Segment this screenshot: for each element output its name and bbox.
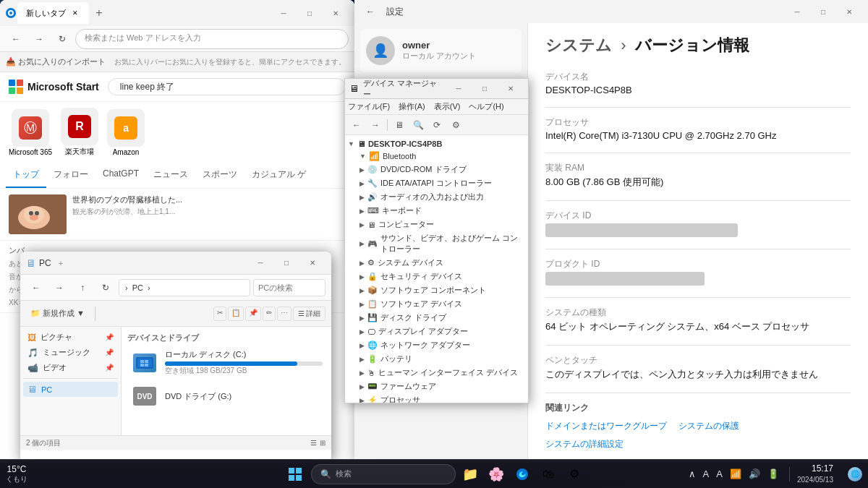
ribbon-new-btn[interactable]: 📁 新規作成 ▼: [26, 307, 89, 320]
settings-user-card[interactable]: 👤 owner ローカル アカウント: [360, 29, 522, 72]
sidebar-item-music[interactable]: 🎵 ミュージック 📌: [23, 345, 118, 360]
menu-action[interactable]: 操作(A): [399, 101, 425, 112]
ribbon-more-btn[interactable]: ⋯: [277, 307, 292, 321]
sidebar-item-pc[interactable]: 🖥 PC: [23, 382, 118, 397]
nav-tab-top[interactable]: トップ: [6, 163, 46, 188]
tree-dvd[interactable]: ▶ 💿 DVD/CD-ROM ドライブ: [348, 163, 525, 176]
devmgr-close-btn[interactable]: ✕: [498, 79, 524, 99]
taskbar-app-flower[interactable]: 🌸: [485, 463, 508, 486]
battery-taskbar-icon[interactable]: 🔋: [765, 466, 782, 482]
sound-expand-icon[interactable]: ▶: [359, 240, 365, 247]
explorer-search-input[interactable]: [253, 279, 326, 296]
tree-keyboard[interactable]: ▶ ⌨ キーボード: [348, 204, 525, 218]
nav-tab-follow[interactable]: フォロー: [46, 163, 95, 188]
start-button[interactable]: [282, 461, 308, 487]
swc-expand-icon[interactable]: ▶: [359, 287, 365, 294]
ribbon-rename-btn[interactable]: ✏: [263, 307, 276, 321]
devmgr-search-icon[interactable]: 🔍: [409, 117, 427, 133]
tree-processor[interactable]: ▶ ⚡ プロセッサ: [348, 393, 525, 403]
list-view-icon[interactable]: ☰: [310, 439, 317, 447]
ide-expand-icon[interactable]: ▶: [359, 180, 365, 187]
keyboard-icon[interactable]: A: [700, 466, 712, 482]
refresh-btn[interactable]: ↻: [52, 29, 72, 49]
close-btn[interactable]: ✕: [323, 3, 349, 23]
root-expand-icon[interactable]: ▼: [348, 140, 354, 147]
tree-network[interactable]: ▶ 🌐 ネットワーク アダプター: [348, 338, 525, 352]
tree-hid[interactable]: ▶ 🖱 ヒューマン インターフェイス デバイス: [348, 366, 525, 380]
ribbon-paste-btn[interactable]: 📌: [245, 307, 261, 321]
favorites-import[interactable]: 📥 お気に入りのインポート: [6, 56, 106, 67]
sec-expand-icon[interactable]: ▶: [359, 273, 365, 281]
settings-minimize-btn[interactable]: ─: [784, 1, 810, 22]
nav-tab-sports[interactable]: スポーツ: [195, 163, 244, 188]
ime-icon[interactable]: A: [713, 466, 726, 482]
sys-expand-icon[interactable]: ▶: [359, 260, 365, 267]
tray-arrow-icon[interactable]: ∧: [686, 466, 699, 482]
taskbar-app-store[interactable]: 🛍: [537, 463, 560, 486]
grid-view-icon[interactable]: ⊞: [320, 439, 326, 447]
explorer-minimize-btn[interactable]: ─: [247, 253, 273, 273]
hid-expand-icon[interactable]: ▶: [359, 369, 365, 377]
clock[interactable]: 15:17 2024/05/13: [797, 463, 833, 484]
tree-sound[interactable]: ▶ 🎮 サウンド、ビデオ、およびゲーム コントローラー: [348, 231, 525, 256]
sidebar-item-pictures[interactable]: 🖼 ピクチャ 📌: [23, 330, 118, 345]
devmgr-maximize-btn[interactable]: □: [472, 79, 498, 99]
devmgr-properties-icon[interactable]: ⚙: [447, 117, 464, 133]
menu-help[interactable]: ヘルプ(H): [469, 101, 503, 112]
taskbar-app-edge[interactable]: [511, 463, 534, 486]
app-ms365[interactable]: Ⓜ Microsoft 365: [9, 109, 52, 156]
explorer-new-tab-label[interactable]: +: [59, 259, 63, 267]
back-btn[interactable]: ←: [6, 29, 26, 49]
explorer-refresh-btn[interactable]: ↻: [95, 278, 116, 298]
devmgr-minimize-btn[interactable]: ─: [446, 79, 472, 99]
net-expand-icon[interactable]: ▶: [359, 342, 365, 349]
forward-btn[interactable]: →: [29, 29, 49, 49]
devmgr-back-btn[interactable]: ←: [348, 117, 365, 133]
link-domain[interactable]: ドメインまたはワークグループ: [545, 420, 667, 432]
tree-disk[interactable]: ▶ 💾 ディスク ドライブ: [348, 311, 525, 325]
tree-firmware[interactable]: ▶ 📟 ファームウェア: [348, 380, 525, 393]
bt-expand-icon[interactable]: ▼: [359, 153, 366, 160]
taskbar-avatar[interactable]: 🌐: [848, 467, 862, 481]
sidebar-item-videos[interactable]: 📹 ビデオ 📌: [23, 360, 118, 375]
explorer-up-btn[interactable]: ↑: [72, 278, 93, 298]
speaker-icon[interactable]: 🔊: [746, 466, 763, 482]
link-protection[interactable]: システムの保護: [678, 420, 739, 432]
explorer-close-btn[interactable]: ✕: [299, 253, 326, 273]
settings-back-btn[interactable]: ←: [360, 1, 380, 22]
menu-file[interactable]: ファイル(F): [348, 101, 390, 112]
kbd-expand-icon[interactable]: ▶: [359, 207, 365, 215]
new-tab-button[interactable]: +: [90, 4, 108, 22]
minimize-btn[interactable]: ─: [271, 3, 297, 23]
comp-expand-icon[interactable]: ▶: [359, 221, 365, 228]
address-bar[interactable]: 検索または Web アドレスを入力: [75, 29, 349, 49]
bat-expand-icon[interactable]: ▶: [359, 356, 365, 363]
devmgr-update-icon[interactable]: ⟳: [428, 117, 446, 133]
tree-system[interactable]: ▶ ⚙ システム デバイス: [348, 256, 525, 270]
nav-tab-chatgpt[interactable]: ChatGPT: [95, 163, 146, 188]
devmgr-computer-icon[interactable]: 🖥: [391, 117, 408, 133]
tree-battery[interactable]: ▶ 🔋 バッテリ: [348, 352, 525, 366]
taskbar-app-explorer[interactable]: 📁: [459, 463, 482, 486]
app-rakuten[interactable]: R 楽天市場: [61, 108, 98, 157]
app-amazon[interactable]: a Amazon: [107, 109, 145, 156]
taskbar-search-bar[interactable]: 🔍 検索: [311, 464, 456, 484]
explorer-back-btn[interactable]: ←: [26, 278, 46, 298]
devmgr-forward-btn[interactable]: →: [367, 117, 384, 133]
wifi-icon[interactable]: 📶: [727, 466, 744, 482]
tree-bluetooth[interactable]: ▼ 📶 Bluetooth: [348, 150, 525, 163]
maximize-btn[interactable]: □: [297, 3, 323, 23]
settings-maximize-btn[interactable]: □: [810, 1, 836, 22]
ribbon-view-btn[interactable]: ☰ 詳細: [293, 307, 326, 321]
drive-item-c[interactable]: ローカル ディスク (C:) 空き領域 198 GB/237 GB: [127, 346, 326, 379]
tree-security[interactable]: ▶ 🔒 セキュリティ デバイス: [348, 270, 525, 283]
disp-expand-icon[interactable]: ▶: [359, 328, 365, 335]
swd-expand-icon[interactable]: ▶: [359, 301, 365, 308]
tree-sw-comp[interactable]: ▶ 📦 ソフトウェア コンポーネント: [348, 283, 525, 297]
tree-audio[interactable]: ▶ 🔊 オーディオの入力および出力: [348, 190, 525, 204]
news-item-0[interactable]: 世界初のブタの腎臓移植した... 観光客の列が渋滞、地上上1,1...: [0, 189, 354, 241]
explorer-forward-btn[interactable]: →: [49, 278, 69, 298]
ribbon-copy-btn[interactable]: 📋: [228, 307, 244, 321]
explorer-address-bar[interactable]: › PC ›: [119, 279, 250, 296]
tree-ide[interactable]: ▶ 🔧 IDE ATA/ATAPI コントローラー: [348, 176, 525, 190]
